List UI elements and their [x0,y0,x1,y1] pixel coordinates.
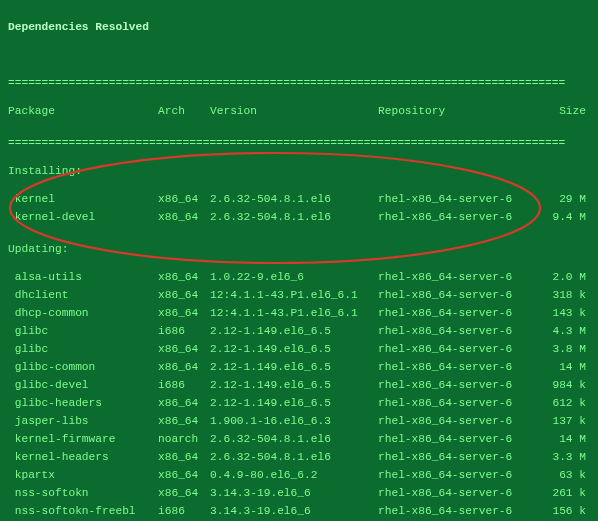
cell-package: kernel-headers [8,450,158,464]
cell-size: 2.0 M [546,270,586,284]
cell-package: kpartx [8,468,158,482]
cell-repository: rhel-x86_64-server-6 [378,288,546,302]
table-row: glibcx86_642.12-1.149.el6_6.5rhel-x86_64… [8,342,590,360]
col-size: Size [546,104,586,118]
cell-arch: x86_64 [158,396,210,410]
table-row: glibc-commonx86_642.12-1.149.el6_6.5rhel… [8,360,590,378]
cell-version: 12:4.1.1-43.P1.el6_6.1 [210,306,378,320]
cell-arch: x86_64 [158,450,210,464]
terminal-output: Dependencies Resolved ==================… [0,0,598,521]
cell-version: 2.12-1.149.el6_6.5 [210,378,378,392]
cell-arch: x86_64 [158,306,210,320]
cell-arch: noarch [158,432,210,446]
cell-arch: x86_64 [158,192,210,206]
cell-package: dhcp-common [8,306,158,320]
cell-repository: rhel-x86_64-server-6 [378,468,546,482]
cell-package: kernel [8,192,158,206]
cell-package: glibc-common [8,360,158,374]
table-row: nss-softokn-freebli6863.14.3-19.el6_6rhe… [8,504,590,521]
heading: Dependencies Resolved [8,20,590,34]
cell-repository: rhel-x86_64-server-6 [378,486,546,500]
cell-arch: x86_64 [158,288,210,302]
table-row: glibci6862.12-1.149.el6_6.5rhel-x86_64-s… [8,324,590,342]
table-row: glibc-headersx86_642.12-1.149.el6_6.5rhe… [8,396,590,414]
cell-repository: rhel-x86_64-server-6 [378,378,546,392]
cell-repository: rhel-x86_64-server-6 [378,450,546,464]
cell-size: 3.3 M [546,450,586,464]
cell-size: 984 k [546,378,586,392]
cell-package: nss-softokn-freebl [8,504,158,518]
cell-package: glibc-headers [8,396,158,410]
rule-line: ========================================… [8,76,590,90]
cell-repository: rhel-x86_64-server-6 [378,396,546,410]
cell-arch: x86_64 [158,210,210,224]
cell-version: 2.12-1.149.el6_6.5 [210,342,378,356]
table-row: dhcp-commonx86_6412:4.1.1-43.P1.el6_6.1r… [8,306,590,324]
cell-size: 137 k [546,414,586,428]
cell-size: 156 k [546,504,586,518]
cell-size: 318 k [546,288,586,302]
cell-version: 12:4.1.1-43.P1.el6_6.1 [210,288,378,302]
cell-arch: x86_64 [158,486,210,500]
cell-version: 2.6.32-504.8.1.el6 [210,450,378,464]
cell-version: 2.6.32-504.8.1.el6 [210,210,378,224]
table-row: kernel-develx86_642.6.32-504.8.1.el6rhel… [8,210,590,228]
cell-package: dhclient [8,288,158,302]
table-row: nss-softoknx86_643.14.3-19.el6_6rhel-x86… [8,486,590,504]
table-row: kernel-headersx86_642.6.32-504.8.1.el6rh… [8,450,590,468]
rule-line: ========================================… [8,136,590,150]
cell-size: 143 k [546,306,586,320]
cell-version: 0.4.9-80.el6_6.2 [210,468,378,482]
cell-repository: rhel-x86_64-server-6 [378,192,546,206]
cell-version: 2.12-1.149.el6_6.5 [210,360,378,374]
cell-repository: rhel-x86_64-server-6 [378,432,546,446]
col-repository: Repository [378,104,546,118]
table-row: alsa-utilsx86_641.0.22-9.el6_6rhel-x86_6… [8,270,590,288]
table-row: jasper-libsx86_641.900.1-16.el6_6.3rhel-… [8,414,590,432]
cell-size: 4.3 M [546,324,586,338]
cell-size: 63 k [546,468,586,482]
col-package: Package [8,104,158,118]
col-version: Version [210,104,378,118]
cell-package: jasper-libs [8,414,158,428]
cell-package: kernel-firmware [8,432,158,446]
cell-arch: x86_64 [158,414,210,428]
cell-arch: i686 [158,378,210,392]
table-row: kernelx86_642.6.32-504.8.1.el6rhel-x86_6… [8,192,590,210]
cell-version: 2.12-1.149.el6_6.5 [210,396,378,410]
cell-size: 29 M [546,192,586,206]
cell-repository: rhel-x86_64-server-6 [378,360,546,374]
table-row: glibc-develi6862.12-1.149.el6_6.5rhel-x8… [8,378,590,396]
col-arch: Arch [158,104,210,118]
cell-size: 14 M [546,432,586,446]
cell-repository: rhel-x86_64-server-6 [378,210,546,224]
cell-repository: rhel-x86_64-server-6 [378,414,546,428]
cell-repository: rhel-x86_64-server-6 [378,270,546,284]
cell-version: 2.12-1.149.el6_6.5 [210,324,378,338]
cell-size: 612 k [546,396,586,410]
table-row: kernel-firmwarenoarch2.6.32-504.8.1.el6r… [8,432,590,450]
cell-size: 3.8 M [546,342,586,356]
cell-arch: x86_64 [158,468,210,482]
cell-arch: x86_64 [158,270,210,284]
cell-size: 14 M [546,360,586,374]
cell-package: glibc [8,324,158,338]
cell-arch: i686 [158,324,210,338]
cell-repository: rhel-x86_64-server-6 [378,306,546,320]
cell-version: 2.6.32-504.8.1.el6 [210,192,378,206]
column-headers: PackageArchVersionRepositorySize [8,104,590,122]
cell-version: 1.900.1-16.el6_6.3 [210,414,378,428]
cell-version: 3.14.3-19.el6_6 [210,486,378,500]
section-updating: Updating: [8,242,590,256]
cell-repository: rhel-x86_64-server-6 [378,342,546,356]
section-installing: Installing: [8,164,590,178]
cell-arch: x86_64 [158,360,210,374]
cell-repository: rhel-x86_64-server-6 [378,504,546,518]
cell-package: alsa-utils [8,270,158,284]
cell-package: glibc [8,342,158,356]
cell-size: 9.4 M [546,210,586,224]
cell-version: 3.14.3-19.el6_6 [210,504,378,518]
cell-size: 261 k [546,486,586,500]
table-row: dhclientx86_6412:4.1.1-43.P1.el6_6.1rhel… [8,288,590,306]
table-row: kpartxx86_640.4.9-80.el6_6.2rhel-x86_64-… [8,468,590,486]
